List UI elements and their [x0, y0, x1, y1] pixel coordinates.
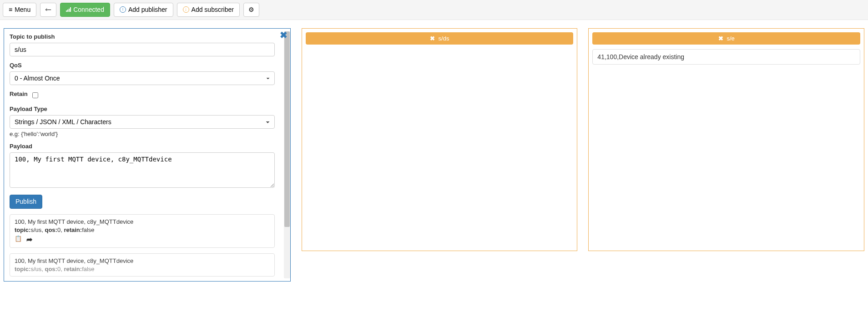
- publisher-scrollbar[interactable]: [284, 31, 290, 278]
- history-actions: [15, 235, 270, 244]
- history-item: 100, My first MQTT device, c8y_MQTTdevic…: [10, 253, 275, 277]
- menu-button[interactable]: ≡ Menu: [3, 3, 36, 17]
- top-toolbar: ≡ Menu 🡐 Connected Add publisher Add sub…: [0, 0, 868, 20]
- publisher-panel: ✖ Topic to publish QoS 0 - Almost Once R…: [4, 28, 291, 282]
- subscriber-topic: s/ds: [439, 35, 449, 42]
- payload-type-hint: e.g: {'hello':'world'}: [10, 131, 275, 137]
- arrow-down-circle-icon: [183, 6, 189, 13]
- arrow-left-icon: 🡐: [45, 6, 51, 14]
- topic-input[interactable]: [10, 43, 275, 56]
- history-retain-value: false: [82, 266, 94, 272]
- subscriber-topic: s/e: [727, 35, 735, 42]
- history-payload: 100, My first MQTT device, c8y_MQTTdevic…: [15, 218, 270, 225]
- retain-label: Retain: [10, 91, 28, 97]
- bars-icon: ≡: [9, 6, 12, 14]
- qos-select[interactable]: 0 - Almost Once: [10, 71, 275, 85]
- arrow-up-circle-icon: [120, 6, 126, 13]
- settings-button[interactable]: [243, 3, 259, 17]
- add-publisher-label: Add publisher: [128, 6, 167, 14]
- payload-textarea[interactable]: [10, 152, 275, 188]
- connected-button[interactable]: Connected: [60, 3, 110, 17]
- menu-label: Menu: [15, 6, 30, 14]
- payload-label: Payload: [10, 143, 275, 150]
- subscriber-panel: ✖ s/ds: [302, 28, 578, 251]
- history-topic-label: topic:: [15, 226, 30, 233]
- retain-checkbox[interactable]: [32, 92, 38, 98]
- history-qos-label: qos:: [45, 266, 57, 272]
- close-publisher-button[interactable]: ✖: [280, 30, 288, 40]
- add-publisher-button[interactable]: Add publisher: [114, 3, 173, 17]
- subscriber-header[interactable]: ✖ s/e: [592, 32, 860, 45]
- close-icon[interactable]: ✖: [718, 35, 723, 42]
- subscriber-panel: ✖ s/e 41,100,Device already existing: [588, 28, 864, 251]
- scrollbar-thumb[interactable]: [284, 31, 290, 227]
- subscriber-header[interactable]: ✖ s/ds: [306, 32, 574, 45]
- history-payload: 100, My first MQTT device, c8y_MQTTdevic…: [15, 257, 270, 264]
- main-columns: ✖ Topic to publish QoS 0 - Almost Once R…: [0, 20, 868, 290]
- history-qos-label: qos:: [45, 226, 57, 233]
- history-topic-value: s/us,: [30, 266, 43, 272]
- clipboard-icon[interactable]: [15, 235, 22, 244]
- payload-type-select[interactable]: Strings / JSON / XML / Characters: [10, 115, 275, 129]
- history-retain-value: false: [82, 226, 94, 233]
- history-qos-value: 0,: [57, 226, 62, 233]
- subscriber-message: 41,100,Device already existing: [592, 49, 860, 65]
- history-meta: topic:s/us, qos:0, retain:false: [15, 226, 270, 233]
- history-topic-value: s/us,: [30, 226, 43, 233]
- publisher-form: Topic to publish QoS 0 - Almost Once Ret…: [10, 33, 285, 277]
- back-button[interactable]: 🡐: [40, 3, 56, 17]
- history-meta: topic:s/us, qos:0, retain:false: [15, 266, 270, 272]
- history-retain-label: retain:: [64, 226, 82, 233]
- topic-label: Topic to publish: [10, 33, 275, 40]
- add-subscriber-button[interactable]: Add subscriber: [177, 3, 240, 17]
- history-qos-value: 0,: [57, 266, 62, 272]
- history-item: 100, My first MQTT device, c8y_MQTTdevic…: [10, 214, 275, 248]
- add-subscriber-label: Add subscriber: [192, 6, 234, 14]
- close-icon[interactable]: ✖: [430, 35, 435, 42]
- connected-label: Connected: [73, 6, 104, 14]
- share-icon[interactable]: [26, 235, 32, 244]
- history-topic-label: topic:: [15, 266, 30, 272]
- qos-label: QoS: [10, 62, 275, 69]
- history-retain-label: retain:: [64, 266, 82, 272]
- payload-type-label: Payload Type: [10, 106, 275, 112]
- publish-button[interactable]: Publish: [10, 195, 42, 209]
- gear-icon: [248, 6, 254, 14]
- signal-icon: [66, 7, 71, 12]
